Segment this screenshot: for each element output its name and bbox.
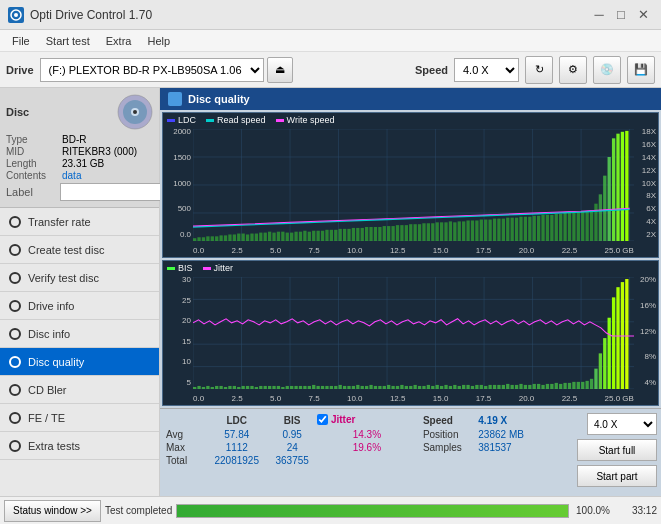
save-button[interactable]: 💾 <box>627 56 655 84</box>
speed-select[interactable]: 4.0 X <box>454 58 519 82</box>
legend-ldc: LDC <box>167 115 196 125</box>
svg-rect-210 <box>519 384 522 389</box>
svg-rect-230 <box>608 318 611 389</box>
menu-extra[interactable]: Extra <box>98 33 140 49</box>
progress-percent: 100.0% <box>573 505 613 516</box>
svg-rect-104 <box>559 214 562 241</box>
svg-rect-99 <box>537 216 540 241</box>
stats-right: 4.0 X Start full Start part <box>541 409 661 496</box>
status-time: 33:12 <box>617 505 657 516</box>
jitter-checkbox[interactable] <box>317 414 328 425</box>
svg-rect-60 <box>365 227 368 241</box>
progress-bar <box>176 504 569 518</box>
disc-info-panel: Disc Type BD-R MID RITEKBR3 (000) Length… <box>0 88 159 208</box>
sidebar-item-extra-tests[interactable]: Extra tests <box>0 432 159 460</box>
row-max-label: Max <box>166 441 206 454</box>
svg-rect-197 <box>462 385 465 389</box>
svg-rect-57 <box>352 228 355 241</box>
cd-bler-icon <box>8 383 22 397</box>
svg-rect-40 <box>277 232 280 241</box>
svg-rect-153 <box>268 386 271 389</box>
total-bis: 363755 <box>268 454 317 467</box>
maximize-button[interactable]: □ <box>611 5 631 25</box>
svg-rect-201 <box>480 385 483 389</box>
sidebar-item-cd-bler[interactable]: CD Bler <box>0 376 159 404</box>
sidebar: Disc Type BD-R MID RITEKBR3 (000) Length… <box>0 88 160 496</box>
svg-rect-217 <box>550 384 553 389</box>
svg-rect-98 <box>533 216 536 241</box>
speed-select-stats[interactable]: 4.0 X <box>587 413 657 435</box>
svg-rect-86 <box>480 220 483 241</box>
svg-rect-79 <box>449 221 452 241</box>
svg-rect-61 <box>369 227 372 241</box>
sidebar-item-create-test-disc[interactable]: Create test disc <box>0 236 159 264</box>
svg-rect-188 <box>422 386 425 389</box>
svg-rect-56 <box>347 229 350 241</box>
svg-rect-144 <box>228 386 231 389</box>
svg-rect-207 <box>506 384 509 389</box>
svg-rect-213 <box>533 384 536 389</box>
sidebar-item-drive-info[interactable]: Drive info <box>0 292 159 320</box>
chart-bis: BIS Jitter 30 25 20 15 10 5 <box>162 260 659 406</box>
extra-tests-icon <box>8 439 22 453</box>
svg-rect-206 <box>502 385 505 389</box>
svg-rect-221 <box>568 383 571 389</box>
chart2-x-labels: 0.0 2.5 5.0 7.5 10.0 12.5 15.0 17.5 20.0… <box>193 394 634 403</box>
nav-label-verify-test-disc: Verify test disc <box>28 272 99 284</box>
svg-rect-92 <box>506 218 509 241</box>
refresh-button[interactable]: ↻ <box>525 56 553 84</box>
minimize-button[interactable]: ─ <box>589 5 609 25</box>
sidebar-item-transfer-rate[interactable]: Transfer rate <box>0 208 159 236</box>
speed-val: 4.19 X <box>472 413 535 428</box>
close-button[interactable]: ✕ <box>633 5 653 25</box>
svg-rect-116 <box>612 138 615 241</box>
svg-rect-185 <box>409 386 412 389</box>
settings-button[interactable]: ⚙ <box>559 56 587 84</box>
chart1-x-labels: 0.0 2.5 5.0 7.5 10.0 12.5 15.0 17.5 20.0… <box>193 246 634 255</box>
svg-rect-54 <box>339 229 342 241</box>
svg-rect-193 <box>444 385 447 389</box>
label-key: Label <box>6 186 58 198</box>
start-part-button[interactable]: Start part <box>577 465 657 487</box>
sidebar-item-disc-quality[interactable]: Disc quality <box>0 348 159 376</box>
start-full-button[interactable]: Start full <box>577 439 657 461</box>
svg-rect-222 <box>572 382 575 389</box>
svg-rect-200 <box>475 385 478 389</box>
sidebar-item-fe-te[interactable]: FE / TE <box>0 404 159 432</box>
disc-button[interactable]: 💿 <box>593 56 621 84</box>
eject-button[interactable]: ⏏ <box>267 57 293 83</box>
status-window-button[interactable]: Status window >> <box>4 500 101 522</box>
svg-rect-39 <box>272 233 275 241</box>
svg-rect-52 <box>330 230 333 241</box>
svg-rect-170 <box>343 386 346 389</box>
svg-rect-88 <box>488 220 491 241</box>
svg-rect-168 <box>334 386 337 389</box>
svg-rect-119 <box>625 131 628 241</box>
svg-point-5 <box>133 110 137 114</box>
app-icon <box>8 7 24 23</box>
sidebar-item-verify-test-disc[interactable]: Verify test disc <box>0 264 159 292</box>
svg-rect-93 <box>511 218 514 241</box>
svg-rect-173 <box>356 385 359 389</box>
svg-rect-94 <box>515 218 518 241</box>
sidebar-item-disc-info[interactable]: Disc info <box>0 320 159 348</box>
nav-label-disc-quality: Disc quality <box>28 356 84 368</box>
drive-select[interactable]: (F:) PLEXTOR BD-R PX-LB950SA 1.06 <box>40 58 264 82</box>
svg-rect-205 <box>497 385 500 389</box>
svg-rect-107 <box>572 212 575 241</box>
svg-rect-142 <box>219 386 222 389</box>
max-jitter: 19.6% <box>317 441 417 454</box>
stats-left: LDC BIS Jitter Speed 4.19 X Avg <box>160 409 541 496</box>
svg-rect-223 <box>577 382 580 389</box>
menu-start-test[interactable]: Start test <box>38 33 98 49</box>
svg-rect-225 <box>585 381 588 389</box>
svg-rect-67 <box>396 225 399 241</box>
svg-rect-100 <box>541 215 544 241</box>
menu-help[interactable]: Help <box>139 33 178 49</box>
svg-rect-35 <box>255 234 258 241</box>
svg-rect-70 <box>409 224 412 241</box>
menu-file[interactable]: File <box>4 33 38 49</box>
svg-rect-38 <box>268 232 271 241</box>
svg-rect-87 <box>484 220 487 241</box>
svg-rect-158 <box>290 386 293 389</box>
